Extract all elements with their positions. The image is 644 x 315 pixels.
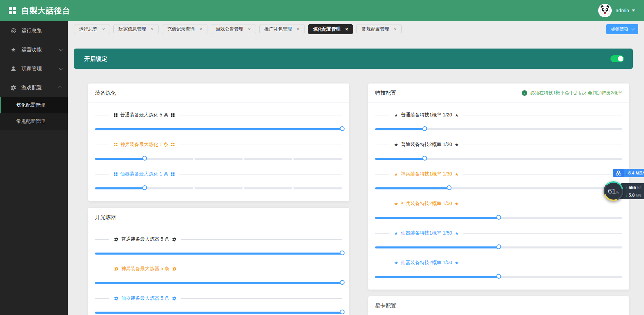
slider-label-text: 神兵装备特技1概率 1/30 [401, 171, 452, 177]
slider-step-dot [193, 187, 195, 189]
card-note: i 必须在特技1概率命中之后才会判定特技2概率 [522, 90, 622, 96]
slider-label-row: ★ 普通装备特技2概率 1/20 ★ [375, 141, 622, 148]
config-slider[interactable] [375, 185, 622, 191]
tab[interactable]: 游戏公告管理 × [211, 24, 256, 34]
config-slider[interactable] [375, 274, 622, 280]
download-speed-unit: M/s [636, 193, 642, 197]
main-content: 运行总览 × 玩家信息管理 × 充值记录查询 × 游戏公告管理 × 推广礼包管理… [68, 21, 644, 315]
slider-label: ★ 普通装备特技1概率 1/20 ★ [394, 112, 459, 118]
tab-label: 玩家信息管理 [118, 26, 146, 32]
sidebar-nav: 运行总览 ★ 运营功能 玩家管理 游戏配置 炼化配置管理 常规配置管理 [0, 21, 68, 315]
user-menu-caret-icon[interactable] [632, 10, 635, 12]
slider-handle[interactable] [422, 126, 427, 131]
star-icon: ★ [10, 47, 17, 53]
tab[interactable]: 炼化配置管理 × [308, 24, 353, 34]
tab-label: 游戏公告管理 [216, 26, 243, 32]
tab[interactable]: 充值记录查询 × [162, 24, 207, 34]
slider-label: 神兵装备最大炼器 5 条 [114, 266, 177, 272]
slider-label: 神兵装备最大炼化 1 条 [114, 142, 174, 148]
badge-speed-text: ↓ 6.4 MB/s [626, 170, 644, 175]
tab-options-button[interactable]: 标签选项 [606, 24, 638, 34]
sidebar-subitem-refine-config[interactable]: 炼化配置管理 [0, 97, 68, 113]
user-menu[interactable]: admin [616, 8, 629, 13]
slider-handle[interactable] [496, 215, 501, 220]
sidebar-item-operations[interactable]: ★ 运营功能 [0, 40, 68, 59]
tab[interactable]: 玩家信息管理 × [113, 24, 159, 34]
upload-speed-row: ↑ 555 K/s [625, 185, 644, 190]
sidebar-item-players[interactable]: 玩家管理 [0, 59, 68, 78]
slider-fill [375, 276, 499, 278]
tab-close-icon[interactable]: × [394, 27, 397, 32]
config-slider[interactable] [375, 244, 622, 251]
slider-handle[interactable] [340, 280, 345, 285]
slider-group: 仙器装备最大炼化 1 条 [95, 171, 342, 191]
label-divider-right [463, 233, 622, 234]
gear-icon [172, 267, 177, 271]
gear-icon [114, 296, 118, 301]
slider-fill [95, 253, 342, 255]
slider-handle[interactable] [142, 156, 147, 161]
config-slider[interactable] [95, 185, 342, 191]
slider-handle[interactable] [340, 126, 345, 131]
slider-label: 普通装备最大炼化 5 条 [114, 112, 174, 118]
slider-group: ★ 普通装备特技1概率 1/20 ★ [375, 112, 622, 132]
grid-icon [171, 172, 174, 176]
slider-label-text: 仙器装备最大炼器 5 条 [121, 295, 169, 301]
tab[interactable]: 推广礼包管理 × [259, 24, 305, 34]
info-icon: i [522, 90, 527, 96]
slider-group: 神兵装备最大炼器 5 条 [95, 265, 342, 286]
slider-fill [95, 282, 342, 284]
config-slider[interactable] [95, 156, 342, 162]
slider-step-dot [292, 187, 294, 189]
config-slider[interactable] [375, 126, 622, 132]
label-divider-left [95, 298, 109, 299]
tab-close-icon[interactable]: × [151, 27, 153, 32]
chevron-down-icon [59, 66, 63, 70]
tab-close-icon[interactable]: × [345, 27, 348, 32]
label-divider-left [375, 263, 389, 263]
slider-fill [375, 246, 499, 248]
slider-handle[interactable] [340, 251, 345, 255]
tab-close-icon[interactable]: × [199, 27, 202, 32]
netdisk-speed-badge[interactable]: ↓ 6.4 MB/s [613, 169, 644, 177]
slider-label-row: 普通装备最大炼化 5 条 [95, 112, 342, 118]
config-slider[interactable] [95, 310, 342, 315]
tab-close-icon[interactable]: × [102, 27, 105, 32]
tab-close-icon[interactable]: × [248, 27, 251, 32]
config-slider[interactable] [95, 126, 342, 132]
download-progress-widget[interactable]: ↑ 555 K/s ↓ 5.8 M/s 61 % [604, 181, 644, 202]
lock-toggle-switch[interactable] [610, 55, 624, 62]
grid-icon [114, 113, 117, 117]
gear-icon [114, 237, 118, 242]
tab[interactable]: 常规配置管理 × [356, 24, 402, 34]
label-divider-right [179, 115, 342, 115]
right-column: 特技配置 i 必须在特技1概率命中之后才会判定特技2概率 ★ 普通装备特技1概率… [368, 84, 629, 315]
slider-handle[interactable] [496, 274, 501, 279]
tab-close-icon[interactable]: × [297, 27, 299, 32]
slider-handle[interactable] [142, 185, 147, 190]
sidebar-item-game-config[interactable]: 游戏配置 [0, 78, 68, 97]
sidebar-subitem-general-config[interactable]: 常规配置管理 [0, 113, 68, 130]
sidebar-item-overview[interactable]: 运行总览 [0, 21, 68, 40]
slider-handle[interactable] [447, 185, 452, 190]
slider-handle[interactable] [496, 244, 501, 249]
progress-percent: 61 % [605, 183, 622, 200]
slider-handle[interactable] [422, 156, 427, 161]
gear-icon [114, 267, 118, 271]
slider-label-text: 神兵装备特技2概率 1/50 [401, 201, 452, 207]
slider-label: ★ 仙器装备特技2概率 1/50 ★ [394, 260, 459, 266]
progress-percent-sign: % [616, 190, 619, 194]
config-slider[interactable] [375, 215, 622, 221]
config-slider[interactable] [375, 156, 622, 162]
slider-fill [95, 312, 342, 314]
star-icon: ★ [455, 202, 459, 206]
slider-handle[interactable] [340, 310, 345, 314]
left-column: 装备炼化 普通装备最大炼化 5 条 神兵装备最大炼化 1 条 [88, 84, 349, 315]
config-slider[interactable] [95, 280, 342, 286]
tab[interactable]: 运行总览 × [74, 24, 110, 34]
label-divider-right [181, 269, 342, 269]
card-title: 星卡配置 [375, 302, 396, 310]
slider-step-dot [242, 158, 244, 160]
config-slider[interactable] [95, 251, 342, 257]
user-avatar[interactable] [598, 4, 612, 17]
